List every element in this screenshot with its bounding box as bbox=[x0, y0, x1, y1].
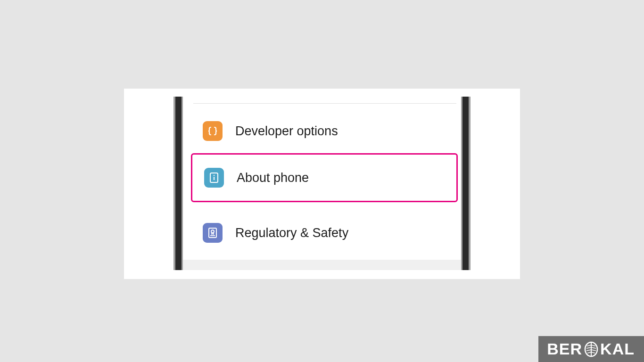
phone-frame: Developer options About phone bbox=[173, 97, 471, 270]
settings-item-regulatory-safety[interactable]: Regulatory & Safety bbox=[183, 213, 461, 253]
certificate-icon bbox=[203, 223, 223, 243]
phone-bezel-left bbox=[173, 97, 183, 270]
settings-item-label: Regulatory & Safety bbox=[235, 226, 348, 240]
svg-line-14 bbox=[591, 350, 596, 351]
svg-line-8 bbox=[587, 345, 591, 346]
bottom-spacer bbox=[183, 260, 461, 270]
brain-icon bbox=[584, 341, 598, 357]
svg-line-11 bbox=[587, 352, 591, 353]
svg-line-12 bbox=[591, 345, 595, 346]
svg-rect-1 bbox=[214, 175, 215, 176]
phone-bezel-right bbox=[461, 97, 471, 270]
settings-item-developer-options[interactable]: Developer options bbox=[183, 111, 461, 151]
svg-line-13 bbox=[591, 347, 596, 348]
svg-rect-2 bbox=[214, 177, 215, 180]
watermark-suffix: KAL bbox=[600, 340, 635, 358]
divider bbox=[193, 103, 456, 104]
braces-icon bbox=[203, 121, 223, 141]
watermark-logo: BER KAL bbox=[538, 336, 644, 362]
svg-line-15 bbox=[591, 352, 595, 353]
settings-item-about-phone[interactable]: About phone bbox=[191, 153, 458, 202]
screenshot-container: Developer options About phone bbox=[124, 89, 520, 279]
info-icon bbox=[204, 168, 224, 188]
svg-line-9 bbox=[586, 347, 591, 348]
phone-screen: Developer options About phone bbox=[183, 97, 461, 270]
settings-item-label: About phone bbox=[237, 171, 309, 185]
settings-item-label: Developer options bbox=[235, 124, 338, 139]
svg-line-10 bbox=[586, 350, 591, 351]
watermark-prefix: BER bbox=[547, 340, 582, 358]
